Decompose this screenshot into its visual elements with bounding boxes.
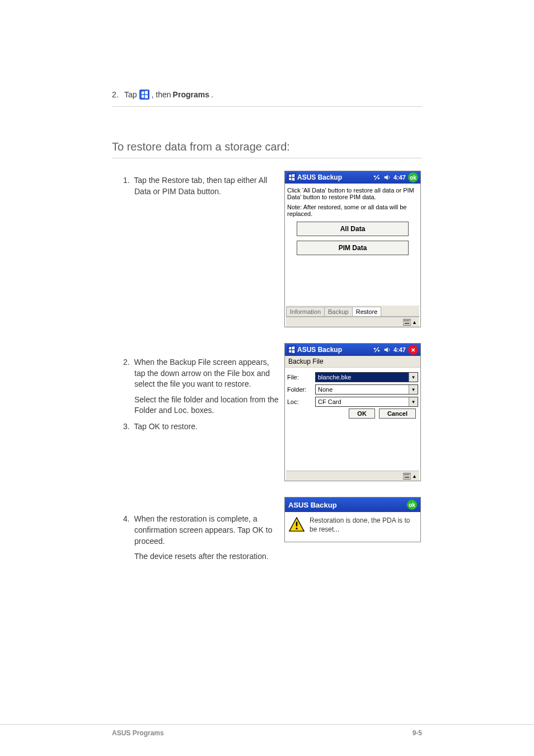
doc-step-1: 1. Tap the Restore tab, then tap either … <box>112 175 280 197</box>
tab-restore[interactable]: Restore <box>352 307 382 316</box>
restore-instruction-1: Click 'All Data' button to restore all d… <box>287 187 418 200</box>
step-num: 1. <box>123 176 130 185</box>
pda-title-text: ASUS Backup <box>297 346 371 354</box>
dialog-title-text: ASUS Backup <box>288 501 337 509</box>
svg-rect-1 <box>287 173 296 182</box>
dialog-message: Restoration is done, the PDA is to be re… <box>310 516 417 534</box>
dialog-titlebar: ASUS Backup ok <box>285 497 420 512</box>
pda-bottom-bar: ▲ <box>286 471 419 481</box>
folder-label: Folder: <box>287 386 315 393</box>
chevron-down-icon[interactable]: ▼ <box>409 397 418 406</box>
pda-title-text: ASUS Backup <box>297 173 371 181</box>
all-data-button[interactable]: All Data <box>297 222 409 236</box>
divider <box>112 106 422 107</box>
svg-rect-8 <box>287 345 296 354</box>
connectivity-icon[interactable] <box>372 345 381 354</box>
pda-backup-file-screen: ASUS Backup 4:47 ✕ Backup File File: <box>284 343 421 481</box>
step-num: 3. <box>123 422 130 431</box>
backup-file-subtitle: Backup File <box>285 356 420 368</box>
step2-text-c: Programs <box>173 90 209 99</box>
svg-rect-3 <box>404 320 405 321</box>
keyboard-icon[interactable] <box>403 472 411 480</box>
keyboard-icon[interactable] <box>403 318 411 326</box>
step-num: 2. <box>123 358 130 367</box>
svg-rect-9 <box>403 473 411 479</box>
sip-arrow-icon[interactable]: ▲ <box>412 320 417 325</box>
file-value: blanche.bke <box>318 374 351 381</box>
cancel-button[interactable]: Cancel <box>379 408 416 419</box>
step2b-text: When the Backup File screen appears, tap… <box>134 358 270 388</box>
folder-dropdown[interactable]: None ▼ <box>315 384 418 395</box>
svg-rect-14 <box>405 476 410 477</box>
step1-text: Tap the Restore tab, then tap either All… <box>134 176 267 196</box>
svg-rect-11 <box>405 474 406 475</box>
doc-step-2: 2. When the Backup File screen appears, … <box>112 357 280 416</box>
step4-text: When the restoration is complete, a conf… <box>134 514 272 545</box>
ok-button[interactable]: ok <box>408 172 418 182</box>
footer-title: ASUS Programs <box>112 729 413 737</box>
step2-text-d: . <box>211 90 213 99</box>
doc-step-3: 3. Tap OK to restore. <box>112 421 280 433</box>
ok-button[interactable]: OK <box>349 408 375 419</box>
svg-rect-2 <box>403 319 411 325</box>
restoration-dialog: ASUS Backup ok Restoration is done, the … <box>284 497 421 542</box>
warning-icon <box>288 516 305 532</box>
tab-backup[interactable]: Backup <box>324 307 353 316</box>
select-text: Select the file folder and location from… <box>134 395 280 416</box>
svg-rect-7 <box>405 322 410 323</box>
step2-text-b: , then <box>152 90 171 99</box>
close-button[interactable]: ✕ <box>408 345 418 355</box>
loc-label: Loc: <box>287 398 315 405</box>
doc-step-2-top: 2. Tap , then Programs . <box>112 90 422 100</box>
pda-restore-screen: ASUS Backup 4:47 ok Click 'All Data' but… <box>284 171 421 327</box>
page-number: 9-5 <box>413 729 422 737</box>
svg-point-16 <box>296 528 297 529</box>
svg-rect-15 <box>296 522 298 526</box>
svg-rect-4 <box>405 320 406 321</box>
chevron-down-icon[interactable]: ▼ <box>409 373 418 382</box>
pda-bottom-bar: ▲ <box>286 317 419 327</box>
page-footer: ASUS Programs 9-5 <box>0 724 534 737</box>
file-dropdown[interactable]: blanche.bke ▼ <box>315 372 418 382</box>
step2-text-a: Tap <box>124 90 137 99</box>
svg-rect-13 <box>409 474 410 475</box>
file-label: File: <box>287 374 315 381</box>
pim-data-button[interactable]: PIM Data <box>297 241 409 255</box>
pda-titlebar: ASUS Backup 4:47 ok <box>285 171 420 184</box>
loc-dropdown[interactable]: CF Card ▼ <box>315 397 418 407</box>
doc-step-4: 4. When the restoration is complete, a c… <box>112 514 280 562</box>
ok-button[interactable]: ok <box>407 500 417 510</box>
restore-section-title: To restore data from a storage card: <box>112 140 422 153</box>
svg-rect-6 <box>409 320 410 321</box>
svg-rect-0 <box>139 90 149 100</box>
pda-tabs: Information Backup Restore <box>286 306 419 317</box>
volume-icon[interactable] <box>382 345 391 354</box>
step-num: 4. <box>123 514 130 523</box>
svg-rect-5 <box>407 320 408 321</box>
svg-rect-12 <box>407 474 408 475</box>
tab-information[interactable]: Information <box>286 307 325 316</box>
reset-note: The device resets after the restoration. <box>134 551 280 562</box>
folder-value: None <box>318 386 332 393</box>
step-num: 2. <box>112 90 124 99</box>
pda-clock[interactable]: 4:47 <box>394 174 406 181</box>
windows-start-icon <box>139 90 149 100</box>
volume-icon[interactable] <box>382 173 391 182</box>
step3-text: Tap OK to restore. <box>134 422 198 431</box>
restore-instruction-2: Note: After restored, some or all data w… <box>287 204 418 217</box>
divider <box>112 158 422 158</box>
windows-start-icon[interactable] <box>287 345 296 354</box>
loc-value: CF Card <box>318 398 341 405</box>
sip-arrow-icon[interactable]: ▲ <box>412 473 417 479</box>
pda-clock[interactable]: 4:47 <box>394 346 406 353</box>
chevron-down-icon[interactable]: ▼ <box>409 385 418 394</box>
pda-titlebar: ASUS Backup 4:47 ✕ <box>285 344 420 356</box>
windows-start-icon[interactable] <box>287 173 296 182</box>
connectivity-icon[interactable] <box>372 173 381 182</box>
svg-rect-10 <box>404 474 405 475</box>
